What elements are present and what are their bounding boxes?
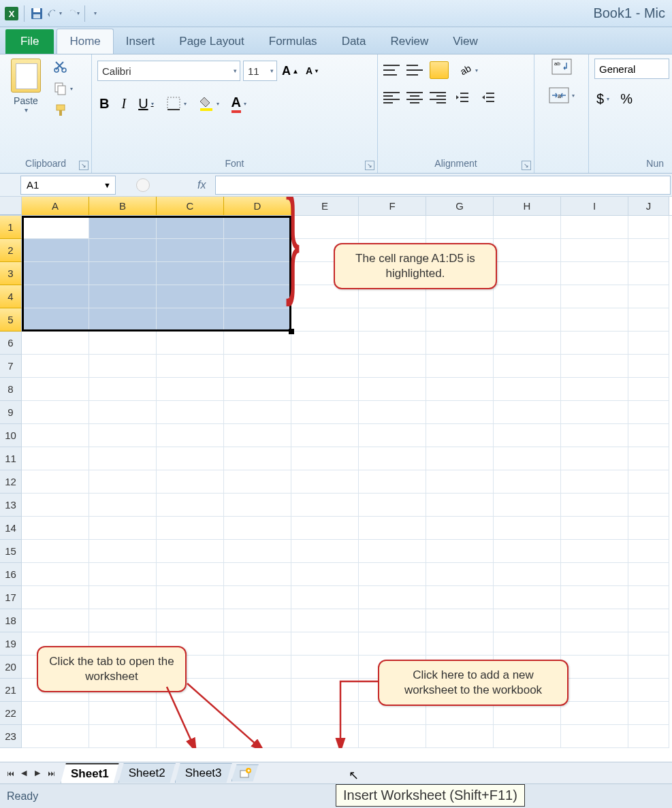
cell[interactable] (561, 262, 628, 285)
cell[interactable] (224, 239, 291, 262)
align-top-button[interactable] (383, 63, 400, 77)
col-header-f[interactable]: F (359, 197, 426, 215)
select-all-button[interactable] (0, 197, 22, 215)
cell[interactable] (224, 285, 291, 308)
save-icon[interactable] (29, 6, 44, 21)
cell[interactable] (89, 563, 157, 586)
cell[interactable] (561, 632, 628, 656)
cell[interactable] (157, 702, 224, 725)
cell[interactable] (561, 725, 628, 748)
cell[interactable] (628, 702, 669, 725)
row-header-11[interactable]: 11 (0, 447, 22, 470)
cell[interactable] (291, 216, 359, 239)
cell[interactable] (494, 563, 561, 586)
cell[interactable] (291, 378, 359, 401)
cell[interactable] (359, 517, 426, 540)
fill-handle[interactable] (289, 329, 294, 334)
cell[interactable] (561, 401, 628, 424)
cell[interactable] (22, 517, 89, 540)
cell[interactable] (22, 308, 89, 332)
cell[interactable] (628, 679, 669, 702)
cell[interactable] (157, 540, 224, 563)
cell[interactable] (561, 378, 628, 401)
cell[interactable] (426, 725, 494, 748)
cell[interactable] (494, 586, 561, 609)
cell[interactable] (561, 586, 628, 609)
cell[interactable] (561, 563, 628, 586)
cell[interactable] (22, 586, 89, 609)
row-header-13[interactable]: 13 (0, 494, 22, 517)
align-right-button[interactable] (430, 91, 446, 104)
cell[interactable] (628, 216, 669, 239)
decrease-indent-button[interactable] (453, 88, 472, 106)
cell[interactable] (494, 540, 561, 563)
merge-center-button[interactable]: a ▾ (547, 86, 577, 105)
row-header-7[interactable]: 7 (0, 355, 22, 378)
cell[interactable] (426, 378, 494, 401)
cell[interactable] (359, 332, 426, 355)
cell[interactable] (224, 702, 291, 725)
font-size-combo[interactable]: 11▾ (243, 61, 277, 81)
cell[interactable] (494, 517, 561, 540)
cell[interactable] (359, 563, 426, 586)
cell[interactable] (89, 262, 157, 285)
cell[interactable] (494, 609, 561, 632)
cell[interactable] (494, 262, 561, 285)
cell[interactable] (426, 609, 494, 632)
cell[interactable] (224, 262, 291, 285)
align-center-button[interactable] (406, 91, 423, 104)
cell[interactable] (426, 447, 494, 470)
cell[interactable] (224, 332, 291, 355)
cell[interactable] (157, 447, 224, 470)
row-header-2[interactable]: 2 (0, 239, 22, 262)
cell[interactable] (561, 424, 628, 447)
cell[interactable] (359, 609, 426, 632)
cell[interactable] (628, 725, 669, 748)
cell[interactable] (89, 424, 157, 447)
cell[interactable] (291, 679, 359, 702)
cell[interactable] (628, 656, 669, 679)
cell[interactable] (291, 586, 359, 609)
cell[interactable] (22, 378, 89, 401)
wrap-text-button[interactable]: ab (549, 57, 574, 76)
sheet-tab-2[interactable]: Sheet2 (118, 763, 176, 783)
cell[interactable] (291, 725, 359, 748)
font-dialog-launcher[interactable]: ↘ (365, 161, 374, 170)
cell[interactable] (426, 355, 494, 378)
cell[interactable] (561, 702, 628, 725)
cell[interactable] (224, 517, 291, 540)
cell[interactable] (628, 355, 669, 378)
col-header-d[interactable]: D (224, 197, 291, 215)
cell[interactable] (359, 216, 426, 239)
cell[interactable] (359, 494, 426, 517)
cell[interactable] (359, 447, 426, 470)
cell[interactable] (494, 355, 561, 378)
cell[interactable] (628, 378, 669, 401)
row-header-9[interactable]: 9 (0, 401, 22, 424)
cell[interactable] (628, 609, 669, 632)
tab-formulas[interactable]: Formulas (257, 29, 330, 54)
align-left-button[interactable] (383, 91, 400, 104)
cell[interactable] (291, 308, 359, 332)
cell[interactable] (224, 679, 291, 702)
cell[interactable] (89, 494, 157, 517)
cell[interactable] (22, 424, 89, 447)
cell[interactable] (561, 517, 628, 540)
cell[interactable] (291, 656, 359, 679)
cut-button[interactable] (52, 59, 75, 75)
cell[interactable] (224, 216, 291, 239)
cell[interactable] (157, 332, 224, 355)
orientation-button[interactable]: ab▾ (455, 61, 480, 79)
cell[interactable] (291, 447, 359, 470)
chevron-down-icon[interactable]: ▼ (103, 181, 111, 189)
cell[interactable] (628, 517, 669, 540)
cell[interactable] (628, 262, 669, 285)
cell[interactable] (291, 609, 359, 632)
tab-home[interactable]: Home (57, 29, 113, 54)
cell[interactable] (224, 378, 291, 401)
paste-button[interactable]: Paste ▾ (5, 59, 46, 118)
row-header-5[interactable]: 5 (0, 308, 22, 332)
first-sheet-button[interactable]: ⏮ (4, 767, 16, 779)
cell[interactable] (494, 332, 561, 355)
cell[interactable] (291, 355, 359, 378)
